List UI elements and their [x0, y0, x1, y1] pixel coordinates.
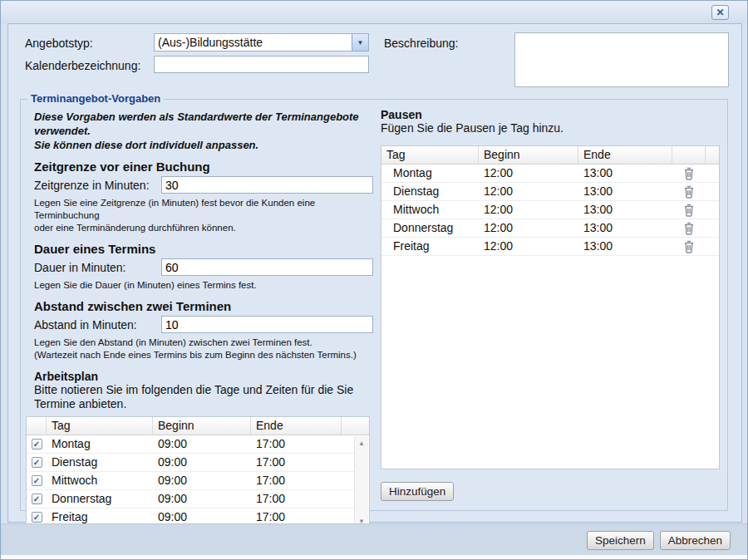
- table-row[interactable]: Mittwoch 12:00 13:00: [381, 201, 719, 219]
- abstand-heading: Abstand zwischen zwei Terminen: [34, 299, 373, 313]
- dialog-body: Angebotstyp: (Aus-)Bildungsstätte ▼ Kale…: [7, 23, 742, 523]
- save-button[interactable]: Speichern: [587, 531, 654, 550]
- table-row[interactable]: ✓ Dienstag 09:00 17:00: [27, 454, 369, 472]
- cell-beginn: 12:00: [479, 219, 578, 237]
- table-row[interactable]: ✓ Mittwoch 09:00 17:00: [27, 472, 369, 490]
- cell-ende: 17:00: [251, 472, 369, 489]
- vertical-scrollbar[interactable]: ▲ ▼: [354, 436, 368, 523]
- cell-tag: Dienstag: [381, 183, 479, 200]
- arbeitsplan-desc: Bitte notieren Sie im folgenden die Tage…: [34, 383, 373, 411]
- appointment-settings-dialog: ✕ Angebotstyp: (Aus-)Bildungsstätte ▼ Ka…: [0, 0, 748, 560]
- cell-tag: Donnerstag: [381, 219, 479, 237]
- cell-tag: Dienstag: [47, 454, 153, 471]
- cancel-button[interactable]: Abbrechen: [660, 531, 731, 550]
- cell-ende: 13:00: [578, 183, 672, 200]
- pausen-column: Pausen Fügen Sie die Pausen je Tag hinzu…: [381, 108, 721, 501]
- cell-ende: 17:00: [251, 508, 369, 525]
- table-row[interactable]: Montag 12:00 13:00: [381, 165, 719, 183]
- dauer-heading: Dauer eines Termins: [34, 242, 373, 256]
- day-checkbox[interactable]: ✓: [32, 475, 42, 486]
- cell-ende: 17:00: [251, 435, 369, 453]
- scroll-down-icon[interactable]: ▼: [355, 518, 368, 523]
- delete-row-button[interactable]: [672, 201, 706, 219]
- beschreibung-textarea[interactable]: [514, 32, 729, 87]
- arbeitsplan-table-header: Tag Beginn Ende: [27, 417, 369, 435]
- header-ende[interactable]: Ende: [578, 146, 672, 164]
- abstand-label: Abstand in Minuten:: [34, 318, 161, 332]
- close-icon[interactable]: ✕: [711, 5, 729, 20]
- dauer-input[interactable]: [161, 258, 373, 276]
- header-ende[interactable]: Ende: [251, 417, 342, 435]
- terminangebot-vorgaben-fieldset: Terminangebot-Vorgaben Diese Vorgaben we…: [20, 99, 728, 511]
- dauer-label: Dauer in Minuten:: [34, 261, 161, 274]
- table-row[interactable]: Donnerstag 12:00 13:00: [381, 219, 719, 238]
- angebotstyp-select[interactable]: (Aus-)Bildungsstätte ▼: [154, 33, 369, 52]
- cell-beginn: 09:00: [153, 454, 251, 471]
- zeitgrenze-help-1: Legen Sie eine Zeitgrenze (in Minuten) f…: [34, 197, 373, 222]
- dialog-titlebar: [1, 1, 747, 23]
- trash-icon: [683, 240, 695, 253]
- day-checkbox[interactable]: ✓: [32, 512, 42, 523]
- abstand-help-2: (Wartezeit nach Ende eines Termins bis z…: [34, 349, 373, 361]
- zeitgrenze-input[interactable]: [161, 176, 373, 194]
- cell-beginn: 09:00: [153, 472, 251, 489]
- day-checkbox[interactable]: ✓: [32, 494, 42, 504]
- trash-icon: [683, 167, 695, 180]
- trash-icon: [683, 222, 695, 235]
- cell-beginn: 12:00: [479, 183, 578, 200]
- trash-icon: [683, 204, 695, 217]
- defaults-column: Diese Vorgaben werden als Standardwerte …: [34, 110, 373, 525]
- table-row[interactable]: Freitag 12:00 13:00: [381, 238, 719, 256]
- zeitgrenze-help-2: oder eine Terminänderung durchführen kön…: [34, 222, 373, 234]
- delete-row-button[interactable]: [672, 183, 706, 200]
- trash-icon: [683, 185, 695, 199]
- cell-ende: 13:00: [578, 165, 672, 182]
- cell-beginn: 09:00: [153, 508, 251, 525]
- table-row[interactable]: ✓ Donnerstag 09:00 17:00: [27, 490, 369, 508]
- cell-beginn: 12:00: [479, 165, 578, 182]
- cell-ende: 17:00: [251, 490, 369, 508]
- scroll-up-icon[interactable]: ▲: [355, 440, 368, 448]
- header-tag[interactable]: Tag: [47, 417, 153, 435]
- header-delete-column: [672, 146, 706, 164]
- cell-tag: Montag: [381, 165, 479, 182]
- abstand-help-1: Legen Sie den Abstand (in Minuten) zwisc…: [34, 336, 373, 349]
- cell-ende: 13:00: [578, 238, 672, 255]
- header-spacer: [706, 146, 719, 164]
- cell-ende: 13:00: [578, 219, 672, 237]
- add-pause-button[interactable]: Hinzufügen: [381, 482, 454, 501]
- cell-tag: Mittwoch: [47, 472, 153, 489]
- intro-text-line2: Sie können diese dort individuell anpass…: [34, 138, 373, 152]
- zeitgrenze-label: Zeitgrenze in Minuten:: [34, 179, 161, 192]
- table-row[interactable]: ✓ Freitag 09:00 17:00: [27, 508, 369, 525]
- table-row[interactable]: ✓ Montag 09:00 17:00: [27, 435, 369, 454]
- zeitgrenze-heading: Zeitgrenze vor einer Buchung: [34, 160, 373, 174]
- delete-row-button[interactable]: [672, 219, 706, 237]
- cell-tag: Donnerstag: [47, 490, 153, 508]
- header-beginn[interactable]: Beginn: [479, 146, 578, 164]
- day-checkbox[interactable]: ✓: [32, 457, 42, 468]
- dialog-bottom-edge: [1, 555, 747, 559]
- cell-beginn: 12:00: [479, 238, 578, 255]
- delete-row-button[interactable]: [672, 238, 706, 255]
- chevron-down-icon[interactable]: ▼: [352, 34, 368, 51]
- day-checkbox[interactable]: ✓: [32, 439, 42, 449]
- cell-tag: Freitag: [381, 238, 479, 255]
- cell-beginn: 09:00: [153, 490, 251, 508]
- cell-beginn: 09:00: [153, 435, 251, 453]
- header-checkbox-column: [27, 417, 47, 435]
- delete-row-button[interactable]: [672, 165, 706, 182]
- table-row[interactable]: Dienstag 12:00 13:00: [381, 183, 719, 201]
- header-tag[interactable]: Tag: [381, 146, 479, 164]
- pausen-heading: Pausen: [381, 108, 721, 121]
- pausen-table-header: Tag Beginn Ende: [381, 146, 719, 165]
- intro-text-line1: Diese Vorgaben werden als Standardwerte …: [34, 110, 373, 138]
- cell-ende: 13:00: [578, 201, 672, 219]
- dialog-footer: Speichern Abbrechen: [1, 523, 747, 556]
- abstand-input[interactable]: [161, 316, 373, 333]
- kalenderbezeichnung-input[interactable]: [154, 56, 369, 73]
- cell-ende: 17:00: [251, 454, 369, 471]
- cell-tag: Mittwoch: [381, 201, 479, 219]
- header-beginn[interactable]: Beginn: [153, 417, 251, 435]
- cell-tag: Montag: [47, 435, 153, 453]
